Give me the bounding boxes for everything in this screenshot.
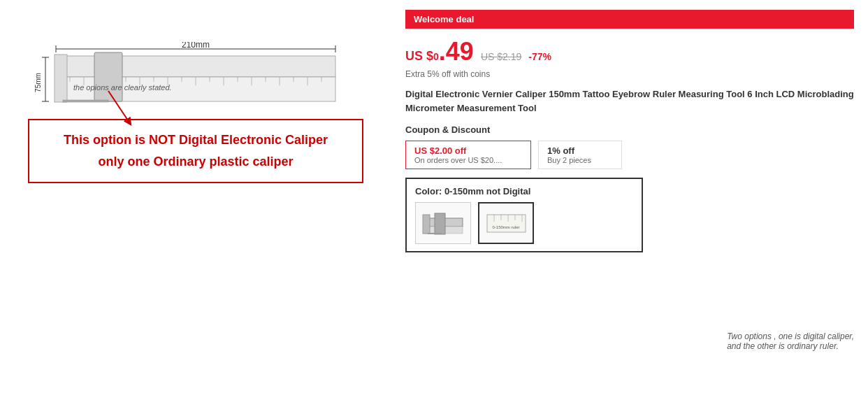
original-price: US $2.19	[481, 51, 521, 62]
svg-text:75mm: 75mm	[35, 73, 42, 92]
coins-text: Extra 5% off with coins	[405, 69, 854, 79]
annotation-area: the opions are clearly stated.	[73, 80, 172, 93]
svg-text:0-150mm ruler: 0-150mm ruler	[492, 225, 519, 229]
svg-text:210mm: 210mm	[182, 42, 210, 50]
annotation-right-line2: and the other is ordinary ruler.	[727, 341, 839, 351]
product-title: Digital Electronic Vernier Caliper 150mm…	[405, 87, 854, 115]
coupon1-amount: US $2.00 off	[414, 145, 522, 156]
current-price: US $0.49	[405, 37, 474, 66]
discount-badge: -77%	[528, 51, 551, 62]
coupon-row: US $2.00 off On orders over US $20.... 1…	[405, 141, 854, 169]
color-option-arrow	[505, 239, 534, 244]
price-currency: US $	[405, 49, 433, 63]
svg-line-48	[512, 243, 533, 244]
color-option-caliper[interactable]	[415, 202, 471, 244]
svg-rect-39	[428, 233, 442, 234]
warning-title: This option is NOT Digital Electronic Ca…	[43, 133, 348, 148]
right-panel: Welcome deal US $0.49 US $2.19 -77% Extr…	[391, 0, 868, 393]
color-option-ruler[interactable]: 0-150mm ruler	[478, 202, 534, 244]
coupon-section-title: Coupon & Discount	[405, 124, 854, 135]
svg-rect-40	[487, 215, 526, 232]
annotation-arrow	[101, 87, 143, 129]
ruler-option-icon: 0-150mm ruler	[484, 208, 529, 239]
price-decimal: .49	[439, 37, 474, 66]
annotation-right: Two options , one is digital caliper, an…	[727, 331, 854, 351]
price-integer: 0	[433, 51, 439, 62]
color-options: 0-150mm ruler	[415, 202, 633, 244]
price-row: US $0.49 US $2.19 -77%	[405, 37, 854, 66]
annotation-right-line1: Two options , one is digital caliper,	[727, 331, 854, 341]
svg-rect-29	[55, 55, 67, 102]
caliper-option-icon	[421, 208, 466, 239]
warning-subtitle: only one Ordinary plastic caliper	[43, 155, 348, 169]
coupon-card-2[interactable]: 1% off Buy 2 pieces	[538, 141, 622, 169]
coupon2-amount: 1% off	[547, 145, 613, 156]
svg-line-34	[108, 91, 129, 122]
left-panel: 210mm 75mm	[0, 0, 391, 393]
svg-rect-37	[423, 215, 430, 234]
caliper-diagram: 210mm 75mm	[35, 42, 356, 105]
coupon1-desc: On orders over US $20....	[414, 156, 522, 164]
coupon2-desc: Buy 2 pieces	[547, 156, 613, 164]
welcome-deal-banner: Welcome deal	[405, 10, 854, 29]
product-image: 210mm 75mm	[35, 42, 356, 105]
color-label: Color: 0-150mm not Digital	[415, 186, 633, 196]
warning-box: This option is NOT Digital Electronic Ca…	[28, 119, 363, 183]
svg-rect-38	[435, 213, 445, 234]
coupon-card-1[interactable]: US $2.00 off On orders over US $20....	[405, 141, 531, 169]
color-section: Color: 0-150mm not Digital	[405, 178, 643, 252]
